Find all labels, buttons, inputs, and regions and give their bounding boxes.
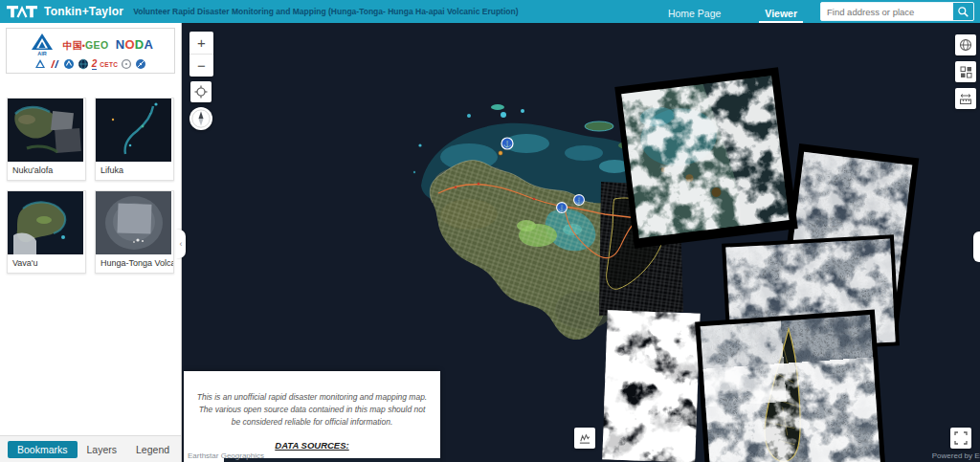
bookmark-vavau[interactable]: Vava'u (7, 190, 86, 274)
partner-ring-logo-icon (121, 58, 132, 70)
bookmark-lifuka[interactable]: Lifuka (95, 98, 174, 181)
sidebar-collapse-handle[interactable]: ‹ (176, 230, 186, 258)
partner-emblem-logo-icon (63, 58, 75, 70)
elevation-profile-button[interactable] (574, 428, 595, 449)
partner-anniversary-logo: 2 (92, 59, 98, 70)
nav-viewer[interactable]: Viewer (759, 3, 803, 23)
zoom-out-button[interactable]: − (189, 54, 213, 77)
sidebar-tabs: Bookmarks Layers Legend (0, 435, 181, 462)
bookmark-hunga-tonga-thumbnail (96, 191, 173, 254)
compass-needle-icon (191, 109, 211, 128)
bookmark-label: Nuku'alofa (8, 162, 85, 180)
cetc-logo: CETC (100, 61, 118, 68)
bookmark-nukualofa[interactable]: Nuku'alofa (7, 98, 86, 181)
bookmark-label: Lifuka (96, 162, 173, 180)
grid-icon (960, 66, 972, 78)
tab-layers[interactable]: Layers (78, 441, 127, 458)
compass-button[interactable] (189, 107, 212, 130)
search-input[interactable] (821, 3, 953, 20)
blue-marker-3: ⚓ (574, 195, 585, 206)
zoom-in-button[interactable]: + (189, 32, 213, 54)
left-sidebar: AIR 中国•GEO NODA 2 CETC (0, 23, 182, 462)
partner-logos-row2: 2 CETC (34, 58, 146, 70)
fullscreen-button[interactable] (950, 428, 971, 449)
search-box (820, 2, 974, 21)
basemap-globe-icon (959, 38, 972, 52)
map-attribution-source: Earthstar Geographics (188, 451, 264, 460)
disclaimer-text: This is an unofficial rapid disaster mon… (195, 391, 429, 429)
bookmarks-panel: Nuku'alofa Lifuka (0, 94, 181, 435)
bookmark-hunga-tonga[interactable]: Hunga-Tonga Volca... (95, 190, 174, 274)
bookmark-vavau-thumbnail (8, 191, 85, 254)
measure-button[interactable] (955, 88, 976, 109)
bookmark-label: Hunga-Tonga Volca... (96, 254, 173, 273)
bookmark-lifuka-thumbnail (96, 99, 173, 162)
svg-text:⚓: ⚓ (503, 140, 512, 148)
tab-legend[interactable]: Legend (126, 441, 179, 458)
partner-logos-row1: AIR 中国•GEO NODA (28, 33, 154, 55)
partner-triangle-logo-icon (34, 58, 46, 70)
blue-marker-1: ⚓ (501, 138, 513, 149)
line-chart-icon (578, 431, 591, 445)
svg-text:⚓: ⚓ (575, 196, 584, 205)
search-icon (957, 6, 969, 18)
locate-icon (194, 85, 208, 99)
fullscreen-icon (954, 431, 968, 445)
partner-stripes-logo-icon (49, 58, 60, 70)
top-header: Tonkin+Taylor Volunteer Rapid Disaster M… (0, 0, 980, 23)
partner-globe-logo-icon (78, 58, 89, 70)
layer-grid-button[interactable] (955, 61, 976, 82)
nav-home-page[interactable]: Home Page (662, 3, 726, 23)
zoom-widget: + − (189, 32, 213, 77)
data-sources-heading: DATA SOURCES: (195, 440, 429, 451)
svg-text:AIR: AIR (37, 51, 47, 56)
blue-marker-2: ⚓ (557, 203, 568, 213)
partner-logos-panel: AIR 中国•GEO NODA 2 CETC (6, 28, 175, 74)
air-logo-icon: AIR (28, 33, 56, 55)
bookmark-label: Vava'u (8, 254, 85, 273)
chevron-left-icon: ‹ (180, 239, 183, 249)
china-geo-logo: 中国•GEO (63, 35, 109, 53)
orange-point-marker (499, 151, 502, 155)
right-panel-collapse-handle[interactable] (973, 231, 980, 262)
bookmark-nukualofa-thumbnail (8, 99, 85, 162)
partner-satellite-logo-icon (135, 58, 146, 70)
disclaimer-popup: This is an unofficial rapid disaster mon… (184, 371, 440, 462)
satellite-tile-sar-island-bottom (695, 310, 886, 462)
tonkin-taylor-logo-icon (6, 4, 38, 19)
measure-icon (959, 93, 972, 105)
page-title: Volunteer Rapid Disaster Monitoring and … (133, 7, 518, 16)
brand[interactable]: Tonkin+Taylor (0, 4, 133, 19)
map-canvas[interactable]: ⚓ ⚓ ⚓ + − (182, 23, 980, 462)
noda-logo: NODA (116, 35, 154, 53)
tab-bookmarks[interactable]: Bookmarks (8, 441, 78, 458)
search-button[interactable] (953, 3, 973, 20)
map-attribution-esri: Powered by Esri (932, 451, 980, 460)
top-nav: Home Page Viewer (662, 0, 803, 23)
satellite-tile-clouds-bottom-left (602, 310, 700, 462)
svg-text:⚓: ⚓ (558, 204, 567, 212)
satellite-tile-optical-top (614, 67, 797, 249)
basemap-gallery-button[interactable] (955, 34, 976, 55)
brand-name: Tonkin+Taylor (44, 5, 123, 18)
locate-button[interactable] (190, 81, 212, 102)
